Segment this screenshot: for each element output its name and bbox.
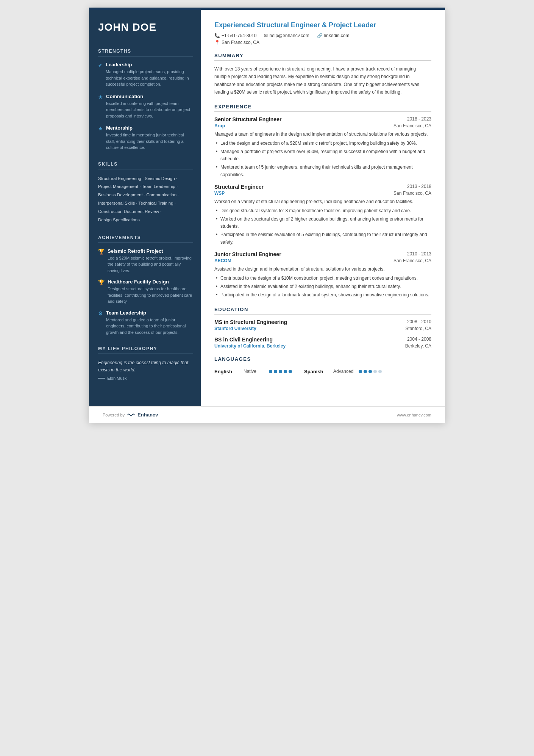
edu-dates-1: 2008 - 2010	[407, 319, 431, 324]
edu-dates-2: 2004 - 2008	[407, 337, 431, 342]
edu-degree-1: MS in Structural Engineering	[214, 319, 287, 325]
skills-list: Structural Engineering · Seismic Design …	[98, 175, 193, 224]
exp-location-1: San Francisco, CA	[393, 123, 431, 128]
lang-dot-s1	[359, 370, 362, 373]
achievement-title-3: Team Leadership	[106, 310, 193, 316]
achievement-item-3: ⚙ Team Leadership Mentored and guided a …	[98, 310, 193, 336]
edu-location-1: Stanford, CA	[405, 326, 431, 331]
strength-desc-communication: Excelled in conferring with project team…	[106, 100, 193, 119]
enhancv-logo-icon	[127, 412, 135, 418]
check-icon: ✔	[98, 62, 103, 88]
email-icon: ✉	[264, 33, 268, 38]
bullet-3-1: Contributed to the design of a $10M cons…	[214, 275, 431, 282]
exp-bullets-1: Led the design and execution of a $20M s…	[214, 140, 431, 178]
strength-desc-leadership: Managed multiple project teams, providin…	[106, 69, 193, 88]
contact-website: 🔗 linkedin.com	[317, 33, 350, 38]
exp-location-3: San Francisco, CA	[393, 258, 431, 263]
phone-icon: 📞	[214, 33, 220, 38]
contact-phone: 📞 +1-541-754-3010	[214, 33, 256, 38]
exp-desc-3: Assisted in the design and implementatio…	[214, 266, 431, 273]
exp-desc-1: Managed a team of engineers in the desig…	[214, 131, 431, 138]
summary-text: With over 13 years of experience in stru…	[214, 65, 431, 96]
lang-dot-3	[279, 370, 282, 373]
skills-section: SKILLS Structural Engineering · Seismic …	[98, 161, 193, 224]
skill-row-2: Project Management · Team Leadership ·	[98, 183, 193, 191]
education-item-1: MS in Structural Engineering 2008 - 2010…	[214, 319, 431, 331]
bullet-1-2: Managed a portfolio of projects worth ov…	[214, 148, 431, 163]
strength-item-mentorship: ★ Mentorship Invested time in mentoring …	[98, 125, 193, 151]
exp-title-2: Structural Engineer	[214, 184, 264, 190]
contact-email: ✉ help@enhancv.com	[264, 33, 309, 38]
contact-row: 📞 +1-541-754-3010 ✉ help@enhancv.com 🔗 l…	[214, 33, 431, 38]
lang-dot-s3	[368, 370, 372, 373]
lang-dot-2	[274, 370, 277, 373]
lang-name-english: English	[214, 369, 239, 374]
lang-dots-spanish	[359, 370, 382, 373]
lang-dot-4	[284, 370, 287, 373]
bullet-3-2: Assisted in the seismic evaluation of 2 …	[214, 283, 431, 290]
edu-school-1: Stanford University	[214, 326, 256, 331]
exp-bullets-2: Designed structural systems for 3 major …	[214, 207, 431, 246]
exp-company-1: Arup	[214, 123, 225, 128]
star-icon-2: ★	[98, 125, 103, 151]
exp-company-3: AECOM	[214, 258, 231, 263]
footer-brand: Enhancv	[137, 412, 158, 418]
edu-sub-2: University of California, Berkeley Berke…	[214, 343, 431, 349]
education-item-2: BS in Civil Engineering 2004 - 2008 Univ…	[214, 337, 431, 349]
exp-location-2: San Francisco, CA	[393, 191, 431, 196]
exp-dates-1: 2018 - 2023	[407, 116, 431, 122]
lang-dot-1	[269, 370, 272, 373]
link-icon: 🔗	[317, 33, 323, 38]
exp-sub-2: WSP San Francisco, CA	[214, 191, 431, 196]
trophy-icon-1: 🏆	[98, 249, 105, 274]
exp-company-2: WSP	[214, 191, 225, 196]
lang-level-english: Native	[244, 369, 264, 374]
achievement-desc-1: Led a $20M seismic retrofit project, imp…	[108, 255, 193, 274]
bullet-1-3: Mentored a team of 5 junior engineers, e…	[214, 164, 431, 178]
experience-item-2: Structural Engineer 2013 - 2018 WSP San …	[214, 184, 431, 246]
exp-dates-3: 2010 - 2013	[407, 251, 431, 257]
edu-header-1: MS in Structural Engineering 2008 - 2010	[214, 319, 431, 325]
strengths-title: STRENGTHS	[98, 49, 193, 56]
exp-dates-2: 2013 - 2018	[407, 184, 431, 189]
skill-row-3: Business Development · Communication ·	[98, 191, 193, 199]
skill-row-5: Construction Document Review ·	[98, 208, 193, 216]
powered-by-text: Powered by	[103, 413, 125, 417]
exp-sub-1: Arup San Francisco, CA	[214, 123, 431, 128]
strength-desc-mentorship: Invested time in mentoring junior techni…	[106, 132, 193, 151]
bullet-2-1: Designed structural systems for 3 major …	[214, 207, 431, 214]
strength-title-mentorship: Mentorship	[106, 125, 193, 131]
job-title: Experienced Structural Engineer & Projec…	[214, 21, 431, 29]
strength-item-leadership: ✔ Leadership Managed multiple project te…	[98, 62, 193, 88]
experience-item-3: Junior Structural Engineer 2010 - 2013 A…	[214, 251, 431, 299]
lang-dots-english	[269, 370, 292, 373]
bullet-2-3: Participated in the seismic evaluation o…	[214, 231, 431, 246]
lang-name-spanish: Spanish	[304, 369, 329, 374]
gear-icon: ⚙	[98, 310, 103, 336]
lang-dot-s2	[364, 370, 367, 373]
contact-location: 📍 San Francisco, CA	[214, 40, 431, 45]
sidebar: JOHN DOE STRENGTHS ✔ Leadership Managed …	[89, 10, 201, 406]
lang-dot-s5	[378, 370, 382, 373]
achievements-title: ACHIEVEMENTS	[98, 235, 193, 243]
strength-title-communication: Communication	[106, 94, 193, 99]
exp-title-1: Senior Structural Engineer	[214, 116, 281, 122]
skill-row-1: Structural Engineering · Seismic Design …	[98, 175, 193, 183]
edu-header-2: BS in Civil Engineering 2004 - 2008	[214, 337, 431, 343]
achievement-desc-2: Designed structural systems for healthca…	[108, 286, 193, 305]
achievement-item-2: 🏆 Healthcare Facility Design Designed st…	[98, 279, 193, 305]
strength-item-communication: ★ Communication Excelled in conferring w…	[98, 94, 193, 119]
languages-section-title: LANGUAGES	[214, 356, 431, 364]
exp-sub-3: AECOM San Francisco, CA	[214, 258, 431, 263]
skill-row-4: Interpersonal Skills · Technical Trainin…	[98, 199, 193, 208]
bullet-3-3: Participated in the design of a landmark…	[214, 291, 431, 299]
edu-sub-1: Stanford University Stanford, CA	[214, 326, 431, 331]
star-icon-1: ★	[98, 94, 103, 119]
footer-left: Powered by Enhancv	[103, 412, 158, 418]
trophy-icon-2: 🏆	[98, 279, 105, 305]
lang-dot-5	[289, 370, 292, 373]
bullet-1-1: Led the design and execution of a $20M s…	[214, 140, 431, 147]
main-content: Experienced Structural Engineer & Projec…	[201, 10, 445, 406]
skills-title: SKILLS	[98, 161, 193, 169]
candidate-name: JOHN DOE	[98, 21, 193, 33]
